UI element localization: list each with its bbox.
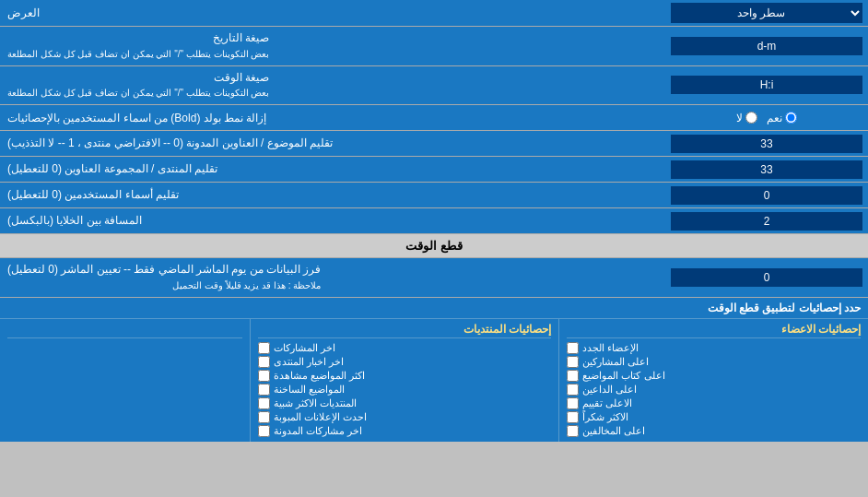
date-format-input-wrapper: [665, 27, 868, 65]
list-item: احدث الإعلانات المبوبة: [258, 410, 552, 424]
bold-no-label[interactable]: لا: [736, 112, 757, 124]
checkbox-hot-topics[interactable]: [258, 384, 270, 396]
list-item: الاعلى تقييم: [567, 396, 861, 410]
bold-names-radio-wrapper: نعم لا: [665, 105, 868, 130]
time-format-label: صيغة الوقتبعض التكوينات يتطلب "/" التي ي…: [0, 66, 665, 105]
forum-trim-row: تقليم المنتدى / المجموعة العناوين (0 للت…: [0, 157, 868, 183]
list-item: الاكثر شكراً: [567, 410, 861, 424]
checkbox-blog-posts[interactable]: [258, 425, 270, 437]
display-mode-input-wrapper: سطر واحد سطرين ثلاثة أسطر: [665, 0, 868, 26]
checkbox-similar-forums[interactable]: [258, 397, 270, 409]
checkbox-top-rated[interactable]: [567, 397, 579, 409]
list-item: اخر المشاركات: [258, 341, 552, 355]
date-format-label: صيغة التاريخبعض التكوينات يتطلب "/" التي…: [0, 27, 665, 65]
time-format-input[interactable]: [671, 76, 862, 94]
list-item: اعلى الداعين: [567, 383, 861, 396]
col-members-header: إحصائيات الاعضاء: [567, 323, 861, 338]
checkbox-top-inviters[interactable]: [567, 384, 579, 396]
date-format-row: صيغة التاريخبعض التكوينات يتطلب "/" التي…: [0, 27, 868, 66]
cell-spacing-input-wrapper: [665, 208, 868, 233]
display-mode-label: العرض: [0, 0, 665, 26]
checkbox-col-members: إحصائيات الاعضاء الإعضاء الجدد اعلى المش…: [559, 319, 868, 442]
cutoff-section-header: قطع الوقت: [0, 234, 868, 258]
cutoff-days-row: فرز البيانات من يوم الماشر الماضي فقط --…: [0, 258, 868, 298]
subject-trim-input[interactable]: [671, 135, 862, 153]
cutoff-days-label: فرز البيانات من يوم الماشر الماضي فقط --…: [0, 258, 665, 297]
list-item: اخر مشاركات المدونة: [258, 424, 552, 438]
username-trim-input[interactable]: [671, 186, 862, 205]
time-format-row: صيغة الوقتبعض التكوينات يتطلب "/" التي ي…: [0, 66, 868, 106]
subject-trim-input-wrapper: [665, 131, 868, 156]
checkbox-col-forums: إحصائيات المنتديات اخر المشاركات اخر اخب…: [251, 319, 560, 442]
list-item: المواضيع الساخنة: [258, 383, 552, 396]
col-empty-header: [7, 323, 242, 338]
subject-trim-row: تقليم الموضوع / العناوين المدونة (0 -- ا…: [0, 131, 868, 157]
bold-yes-radio[interactable]: [785, 112, 797, 124]
list-item: اعلى كتاب المواضيع: [567, 369, 861, 383]
bold-yes-label[interactable]: نعم: [767, 112, 797, 124]
checkbox-last-posts[interactable]: [258, 342, 270, 354]
username-trim-row: تقليم أسماء المستخدمين (0 للتعطيل): [0, 183, 868, 208]
date-format-input[interactable]: [671, 37, 862, 55]
list-item: اعلى المشاركين: [567, 355, 861, 369]
subject-trim-label: تقليم الموضوع / العناوين المدونة (0 -- ا…: [0, 131, 665, 156]
checkbox-top-topic-writers[interactable]: [567, 370, 579, 382]
cutoff-days-input-wrapper: [665, 258, 868, 297]
cell-spacing-input[interactable]: [671, 212, 862, 231]
forum-trim-input[interactable]: [671, 160, 862, 179]
display-mode-row: العرض سطر واحد سطرين ثلاثة أسطر: [0, 0, 868, 27]
display-mode-select[interactable]: سطر واحد سطرين ثلاثة أسطر: [671, 3, 862, 23]
checkbox-forum-news[interactable]: [258, 356, 270, 368]
checkbox-col-empty: [0, 319, 251, 442]
forum-trim-input-wrapper: [665, 157, 868, 182]
list-item: اخر اخبار المنتدى: [258, 355, 552, 369]
cell-spacing-row: المسافة بين الخلايا (بالبكسل): [0, 208, 868, 234]
col-forums-header: إحصائيات المنتديات: [258, 323, 552, 338]
checkbox-top-posters[interactable]: [567, 356, 579, 368]
checkbox-most-thanked[interactable]: [567, 411, 579, 423]
checkbox-columns: إحصائيات المنتديات اخر المشاركات اخر اخب…: [0, 319, 868, 442]
bold-names-row: إزالة نمط بولد (Bold) من اسماء المستخدمي…: [0, 105, 868, 131]
list-item: الإعضاء الجدد: [567, 341, 861, 355]
forum-trim-label: تقليم المنتدى / المجموعة العناوين (0 للت…: [0, 157, 665, 182]
bold-no-radio[interactable]: [745, 112, 757, 124]
checkboxes-section-header: حدد إحصائيات لتطبيق قطع الوقت: [0, 298, 868, 319]
cell-spacing-label: المسافة بين الخلايا (بالبكسل): [0, 208, 665, 233]
checkbox-classified-ads[interactable]: [258, 411, 270, 423]
list-item: المنتديات الاكثر شبية: [258, 396, 552, 410]
checkbox-top-violators[interactable]: [567, 425, 579, 437]
cutoff-days-input[interactable]: [671, 268, 862, 287]
list-item: اعلى المخالفين: [567, 424, 861, 438]
bold-names-label: إزالة نمط بولد (Bold) من اسماء المستخدمي…: [0, 105, 665, 130]
checkbox-most-viewed[interactable]: [258, 370, 270, 382]
time-format-input-wrapper: [665, 66, 868, 105]
list-item: اكثر المواضيع مشاهدة: [258, 369, 552, 383]
username-trim-label: تقليم أسماء المستخدمين (0 للتعطيل): [0, 183, 665, 207]
checkbox-new-members[interactable]: [567, 342, 579, 354]
checkboxes-section: حدد إحصائيات لتطبيق قطع الوقت إحصائيات ا…: [0, 298, 868, 442]
main-container: العرض سطر واحد سطرين ثلاثة أسطر صيغة الت…: [0, 0, 868, 442]
username-trim-input-wrapper: [665, 183, 868, 207]
